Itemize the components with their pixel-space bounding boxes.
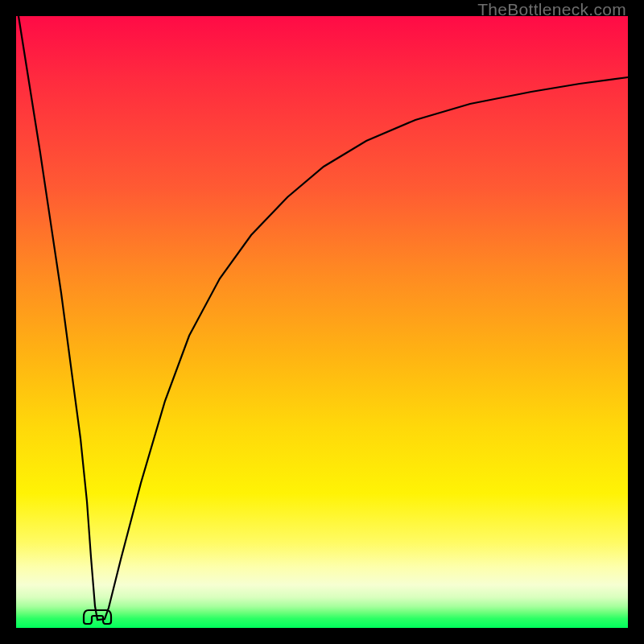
curve-svg [16,16,628,628]
chart-frame: TheBottleneck.com [0,0,644,644]
bottleneck-curve [19,16,628,620]
plot-area [16,16,628,628]
